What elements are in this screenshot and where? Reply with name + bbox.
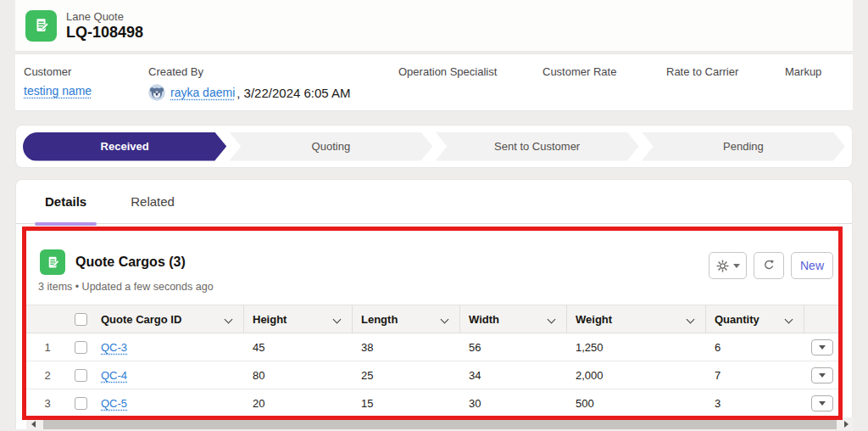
field-operation-specialist-label: Operation Specialist bbox=[398, 65, 497, 78]
height-cell: 45 bbox=[244, 333, 353, 361]
chevron-down-icon bbox=[687, 316, 695, 324]
tab-details[interactable]: Details bbox=[33, 180, 98, 224]
field-rate-to-carrier-label: Rate to Carrier bbox=[666, 65, 738, 78]
width-cell: 30 bbox=[460, 389, 567, 417]
height-cell: 20 bbox=[244, 389, 353, 417]
column-header-length[interactable]: Length bbox=[353, 305, 460, 333]
chevron-down-icon bbox=[225, 316, 233, 324]
quantity-cell: 3 bbox=[706, 389, 804, 417]
path-stage-received[interactable]: Received bbox=[23, 132, 226, 161]
quote-cargo-id-cell: QC-3 bbox=[97, 333, 244, 361]
select-all-checkbox[interactable] bbox=[75, 313, 87, 326]
width-cell: 34 bbox=[460, 361, 567, 389]
path-stage-pending[interactable]: Pending bbox=[642, 132, 845, 161]
caret-down-icon bbox=[819, 345, 826, 350]
user-avatar bbox=[148, 84, 165, 101]
chevron-down-icon bbox=[785, 316, 793, 324]
caret-down-icon bbox=[819, 401, 826, 406]
tab-related[interactable]: Related bbox=[119, 180, 186, 224]
document-edit-icon bbox=[45, 255, 61, 271]
quote-cargo-id-cell: QC-5 bbox=[97, 389, 244, 417]
row-action-button[interactable] bbox=[811, 339, 833, 355]
field-customer-rate: Customer Rate bbox=[542, 65, 616, 84]
row-number: 3 bbox=[26, 389, 69, 417]
chevron-down-icon bbox=[548, 316, 556, 324]
row-action-button[interactable] bbox=[811, 367, 833, 383]
row-action-button[interactable] bbox=[811, 395, 833, 411]
horizontal-scrollbar bbox=[26, 417, 854, 430]
path-stage-quoting[interactable]: Quoting bbox=[229, 132, 432, 161]
tab-bar: Details Related bbox=[16, 180, 852, 224]
field-customer: Customer testing name bbox=[24, 65, 92, 98]
quote-cargos-table: Quote Cargo ID Height Length Width Weigh… bbox=[26, 305, 840, 417]
gear-icon bbox=[716, 260, 729, 272]
customer-link[interactable]: testing name bbox=[24, 84, 92, 98]
weight-cell: 500 bbox=[567, 389, 706, 417]
row-actions-cell bbox=[804, 389, 840, 417]
quote-cargo-link[interactable]: QC-5 bbox=[101, 397, 127, 410]
field-markup: Markup bbox=[785, 65, 821, 84]
table-row: 2 QC-4 80 25 34 2,000 7 bbox=[26, 361, 840, 389]
caret-down-icon bbox=[819, 373, 826, 378]
new-button[interactable]: New bbox=[791, 252, 833, 279]
column-header-quantity[interactable]: Quantity bbox=[706, 305, 804, 333]
refresh-icon bbox=[762, 259, 776, 272]
row-checkbox[interactable] bbox=[75, 369, 87, 382]
scrollbar-thumb[interactable] bbox=[43, 418, 837, 429]
list-settings-button[interactable] bbox=[709, 252, 747, 279]
row-checkbox[interactable] bbox=[75, 397, 87, 410]
row-checkbox-cell bbox=[69, 361, 97, 389]
related-list-meta: 3 items • Updated a few seconds ago bbox=[38, 281, 214, 293]
length-cell: 25 bbox=[353, 361, 460, 389]
row-checkbox-cell bbox=[69, 389, 97, 417]
quote-cargos-card: Quote Cargos (3) 3 items • Updated a few… bbox=[26, 232, 840, 417]
document-edit-icon bbox=[32, 16, 51, 35]
arrow-right-icon bbox=[844, 421, 849, 428]
lane-quote-record-page: Lane Quote LQ-108498 Customer testing na… bbox=[0, 0, 868, 431]
row-checkbox[interactable] bbox=[75, 341, 87, 354]
weight-cell: 2,000 bbox=[567, 361, 706, 389]
row-number: 2 bbox=[26, 361, 69, 389]
related-list-title: Quote Cargos (3) bbox=[75, 255, 186, 270]
field-created-by: Created By rayka daemi , 3/22/202 bbox=[148, 65, 351, 101]
arrow-left-icon bbox=[31, 421, 36, 428]
scroll-left-button[interactable] bbox=[26, 417, 41, 430]
record-title-group: Lane Quote LQ-108498 bbox=[66, 10, 143, 42]
length-cell: 15 bbox=[353, 389, 460, 417]
scroll-right-button[interactable] bbox=[839, 417, 854, 430]
record-type-label: Lane Quote bbox=[66, 10, 143, 23]
weight-cell: 1,250 bbox=[567, 333, 706, 361]
chevron-down-icon bbox=[441, 316, 449, 324]
field-markup-label: Markup bbox=[785, 65, 821, 78]
quantity-cell: 6 bbox=[706, 333, 804, 361]
column-header-width[interactable]: Width bbox=[460, 305, 567, 333]
row-number: 1 bbox=[26, 333, 69, 361]
field-customer-rate-label: Customer Rate bbox=[542, 65, 616, 78]
created-date: , 3/22/2024 6:05 AM bbox=[236, 86, 350, 100]
record-name: LQ-108498 bbox=[66, 23, 143, 42]
table-row: 1 QC-3 45 38 56 1,250 6 bbox=[26, 333, 840, 361]
select-all-cell bbox=[69, 305, 97, 333]
row-checkbox-cell bbox=[69, 333, 97, 361]
created-by-user-link[interactable]: rayka daemi bbox=[170, 86, 235, 99]
quote-cargo-link[interactable]: QC-4 bbox=[101, 369, 127, 382]
field-operation-specialist: Operation Specialist bbox=[398, 65, 497, 84]
chevron-down-icon bbox=[333, 316, 342, 324]
quote-cargo-link[interactable]: QC-3 bbox=[101, 341, 127, 354]
path-track: Received Quoting Sent to Customer Pendin… bbox=[23, 132, 845, 161]
highlights-panel: Customer testing name Created By bbox=[15, 53, 853, 111]
column-header-quote-cargo-id[interactable]: Quote Cargo ID bbox=[97, 305, 244, 333]
field-customer-label: Customer bbox=[24, 65, 92, 78]
quantity-cell: 7 bbox=[706, 361, 804, 389]
path-stage-sent-to-customer[interactable]: Sent to Customer bbox=[436, 132, 639, 161]
caret-down-icon bbox=[733, 264, 740, 268]
refresh-button[interactable] bbox=[754, 252, 784, 279]
record-body: Details Related Quote Cargos (3) 3 items… bbox=[15, 179, 853, 429]
column-header-weight[interactable]: Weight bbox=[567, 305, 706, 333]
length-cell: 38 bbox=[353, 333, 460, 361]
field-created-by-label: Created By bbox=[148, 65, 351, 78]
record-header: Lane Quote LQ-108498 bbox=[15, 0, 853, 52]
column-header-height[interactable]: Height bbox=[244, 305, 353, 333]
field-rate-to-carrier: Rate to Carrier bbox=[666, 65, 738, 84]
path-bar: Received Quoting Sent to Customer Pendin… bbox=[15, 125, 853, 168]
